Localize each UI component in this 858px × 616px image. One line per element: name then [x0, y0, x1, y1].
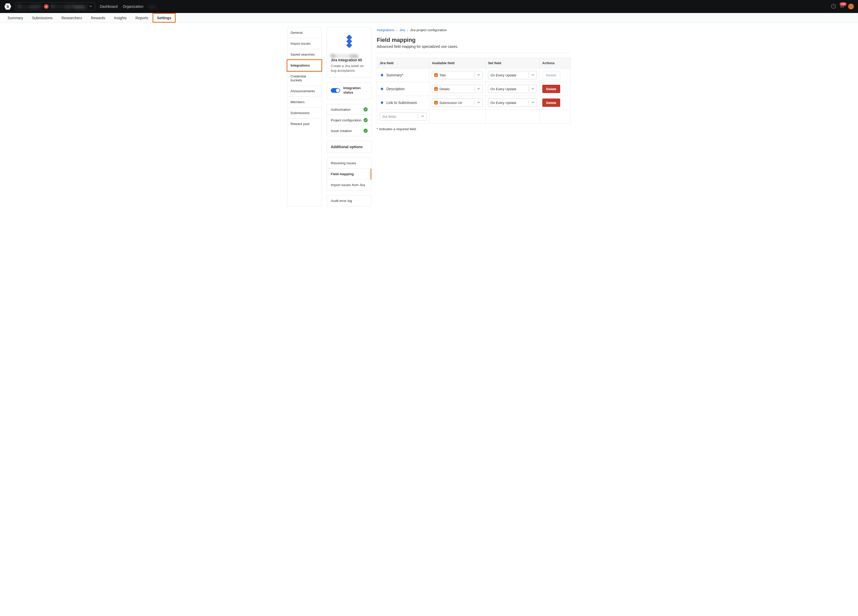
help-icon[interactable]: ? — [831, 4, 836, 9]
additional-options-heading: Additional options — [327, 141, 371, 152]
chevron-right-icon: › — [406, 28, 409, 32]
integration-title: Re————oing Jira Integration 65 — [331, 54, 368, 62]
available-field-select[interactable]: bTitle — [432, 71, 482, 79]
svg-rect-7 — [381, 73, 383, 76]
integration-card: Re————oing Jira Integration 65 Create a … — [327, 27, 371, 78]
page-title: Field mapping — [377, 37, 571, 44]
svg-text:b: b — [435, 102, 437, 104]
integration-desc: Create a Jira ticket on bug acceptance. — [331, 64, 368, 73]
checklist-issue-creation[interactable]: Issue creation — [327, 126, 371, 136]
jira-logo — [331, 31, 368, 52]
integration-status-row: Integration status — [327, 82, 371, 99]
set-field-select[interactable]: On Every Update — [488, 71, 537, 79]
col-actions: Actions — [540, 58, 570, 68]
checklist-authorization[interactable]: Authorization — [327, 104, 371, 115]
jira-field-cell: Summary* — [379, 73, 426, 78]
sidebar-item-integrations[interactable]: Integrations — [288, 60, 322, 71]
integration-status-toggle[interactable] — [331, 88, 340, 93]
col-jira-field: Jira field — [377, 58, 429, 68]
nav-hidden[interactable]: —— — [149, 5, 156, 9]
opt-field-mapping[interactable]: Field mapping — [327, 169, 371, 180]
sidebar-item-general[interactable]: General — [288, 27, 322, 38]
nav-organization[interactable]: Organization — [123, 5, 143, 9]
checklist-project-configuration[interactable]: Project configuration — [327, 115, 371, 126]
opt-resolving-issues[interactable]: Resolving issues — [327, 158, 371, 169]
delete-button[interactable]: Delete — [542, 85, 560, 93]
svg-rect-9 — [381, 87, 383, 90]
tab-reports[interactable]: Reports — [131, 13, 152, 23]
chevron-down-icon — [477, 73, 480, 77]
crumb-integrations[interactable]: Integrations — [377, 28, 395, 32]
chevron-down-icon — [532, 87, 535, 91]
sidebar-item-submissions[interactable]: Submissions — [288, 107, 322, 118]
integration-checklist: Authorization Project configuration Issu… — [327, 104, 371, 136]
org-picker[interactable]: R———a LLC / ∞ R——— LLC Ongoing — [15, 2, 95, 11]
chevron-right-icon: › — [395, 28, 399, 32]
notification-badge: 180 — [839, 2, 847, 6]
sidebar-item-announcements[interactable]: Announcements — [288, 86, 322, 97]
settings-sidebar: General Import issues Saved searches Int… — [287, 27, 322, 206]
tab-insights[interactable]: Insights — [110, 13, 131, 23]
bugcrowd-icon: b — [434, 73, 438, 77]
breadcrumb: Integrations › Jira › Jira project confi… — [377, 27, 571, 36]
sidebar-item-saved-searches[interactable]: Saved searches — [288, 49, 322, 60]
additional-options-card: Additional options — [327, 141, 371, 153]
chevron-down-icon — [477, 101, 480, 105]
brand-logo[interactable]: b — [4, 3, 11, 10]
svg-text:b: b — [435, 74, 437, 76]
audit-card: Audit error log — [327, 195, 371, 206]
nav-dashboard[interactable]: Dashboard — [100, 5, 118, 9]
table-row: Summary*bTitleOn Every UpdateDelete — [377, 68, 570, 82]
required-footnote: * Indicates a required field. — [377, 127, 571, 131]
program-icon: ∞ — [44, 4, 48, 9]
set-field-select[interactable]: On Every Update — [488, 98, 537, 107]
col-set-field: Set field — [485, 58, 540, 68]
check-icon — [364, 107, 368, 112]
chevron-down-icon — [421, 115, 424, 118]
delete-button: Delete — [542, 71, 560, 79]
svg-text:b: b — [435, 88, 437, 90]
divider — [377, 53, 571, 53]
svg-text:?: ? — [833, 5, 834, 8]
tab-researchers[interactable]: Researchers — [57, 13, 86, 23]
opt-import-from-jira[interactable]: Import issues from Jira — [327, 180, 371, 190]
sidebar-item-import-issues[interactable]: Import issues — [288, 38, 322, 49]
check-icon — [364, 118, 368, 122]
tab-submissions[interactable]: Submissions — [28, 13, 57, 23]
available-field-select[interactable]: bDetails — [432, 85, 482, 93]
svg-text:b: b — [6, 4, 9, 9]
additional-options-list: Resolving issues Field mapping Import is… — [327, 157, 371, 191]
tab-summary[interactable]: Summary — [3, 13, 28, 23]
check-icon — [364, 129, 368, 133]
table-row-add: Jira fields — [377, 110, 570, 123]
chevron-down-icon — [477, 87, 480, 91]
set-field-select[interactable]: On Every Update — [488, 85, 537, 93]
delete-button[interactable]: Delete — [542, 98, 560, 107]
jira-field-cell: Link to Submission — [379, 100, 426, 105]
chevron-down-icon — [89, 5, 92, 9]
opt-audit-error-log[interactable]: Audit error log — [327, 196, 371, 206]
integration-status-label: Integration status — [343, 86, 368, 95]
add-jira-field-select[interactable]: Jira fields — [379, 112, 426, 121]
topbar: b R———a LLC / ∞ R——— LLC Ongoing Dashboa… — [0, 0, 858, 13]
org-name-1: R———a LLC / — [18, 5, 41, 9]
available-field-select[interactable]: bSubmission Url — [432, 98, 482, 107]
top-links: Dashboard Organization —— — [100, 5, 156, 9]
svg-rect-6 — [347, 42, 352, 48]
tab-rewards[interactable]: Rewards — [87, 13, 110, 23]
jira-field-cell: Description — [379, 87, 426, 91]
bugcrowd-icon: b — [434, 101, 438, 104]
bugcrowd-icon: b — [434, 87, 438, 91]
avatar[interactable] — [848, 4, 854, 9]
svg-rect-11 — [381, 101, 383, 104]
sidebar-item-reward-pool[interactable]: Reward pool — [288, 118, 322, 129]
sidebar-item-members[interactable]: Members — [288, 97, 322, 107]
tab-settings[interactable]: Settings — [152, 13, 176, 23]
org-name-2: R——— LLC Ongoing — [51, 5, 85, 9]
crumb-jira[interactable]: Jira — [399, 28, 405, 32]
notifications-button[interactable]: 180 — [840, 4, 844, 9]
sidebar-item-credential-buckets[interactable]: Credential buckets — [288, 71, 322, 86]
field-mapping-table: Jira field Available field Set field Act… — [377, 58, 571, 123]
table-row: Link to SubmissionbSubmission UrlOn Ever… — [377, 96, 570, 110]
crumb-current: Jira project configuration — [410, 28, 447, 32]
